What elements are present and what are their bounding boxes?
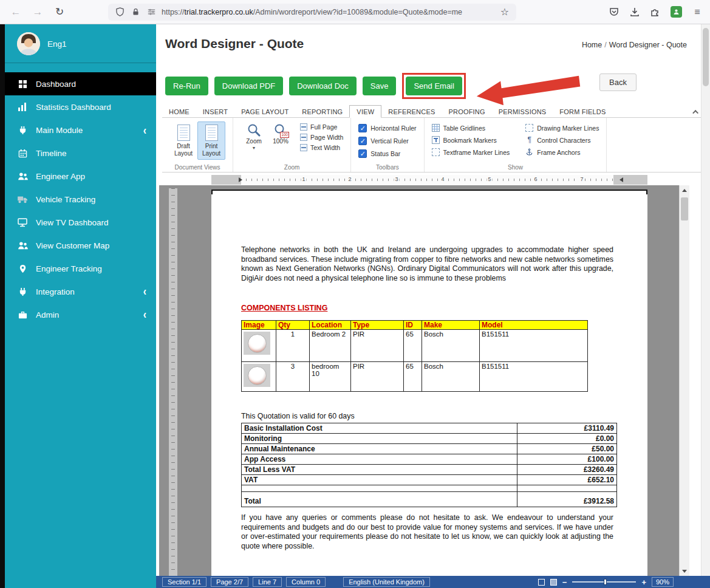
browser-scrollbar[interactable] [701,24,710,576]
components-listing-heading: COMPONENTS LISTING [241,304,327,312]
shield-icon[interactable] [114,7,125,18]
menu-hamburger-icon[interactable]: ≡ [692,7,703,18]
downloads-icon[interactable] [629,7,640,18]
tab-proofing[interactable]: PROOFING [442,106,491,117]
horizontal-ruler-checkbox-row[interactable]: ✓ Horizontal Ruler [358,124,416,132]
status-bar-checkbox-row[interactable]: ✓ Status Bar [358,149,416,158]
back-button[interactable]: Back [599,74,637,91]
rerun-button[interactable]: Re-Run [165,77,208,95]
browser-scrollbar-thumb[interactable] [703,28,709,86]
permissions-icon[interactable] [146,7,157,18]
status-column[interactable]: Column 0 [286,577,326,587]
document-canvas[interactable]: Telephone networks in both the UK and Ir… [159,185,689,576]
tab-reporting[interactable]: REPORTING [295,106,349,117]
page-width-button[interactable]: Page Width [300,134,343,141]
pricing-value: £0.00 [517,434,617,444]
sidebar-item-timeline[interactable]: Timeline [5,142,156,165]
status-section[interactable]: Section 1/1 [162,577,207,587]
cell-type: PIR [351,362,404,392]
cell-type: PIR [351,330,404,362]
status-language[interactable]: English (United Kingdom) [343,577,430,587]
vertical-ruler-checkbox-row[interactable]: ✓ Vertical Ruler [358,137,416,145]
tab-view[interactable]: VIEW [349,105,381,118]
view-mode-icon[interactable] [538,579,545,586]
col-header-model: Model [480,321,588,330]
monitor-icon [17,217,28,228]
browser-reload-button[interactable]: ↻ [51,4,68,21]
tab-home[interactable]: HOME [162,106,196,117]
sidebar-item-engineer-tracking[interactable]: Engineer Tracking [5,257,156,280]
send-email-button[interactable]: Send Email [406,77,462,95]
sidebar-item-integration[interactable]: Integration ‹ [5,280,156,303]
draft-layout-button[interactable]: Draft Layout [169,121,197,160]
text-width-button[interactable]: Text Width [300,144,343,151]
grid-icon [17,78,28,89]
tab-page-layout[interactable]: PAGE LAYOUT [234,106,295,117]
frame-anchors-toggle[interactable]: Frame Anchors [525,148,599,156]
tab-references[interactable]: REFERENCES [381,106,442,117]
sidebar-item-label: View TV Dashboard [36,218,109,227]
pricing-label: Annual Maintenance [242,444,517,454]
checkbox-checked-icon[interactable]: ✓ [358,149,367,158]
zoom-in-button[interactable]: + [641,578,646,586]
sidebar-item-dashboard[interactable]: Dashboard [5,72,156,95]
cell-qty: 1 [276,330,310,362]
lock-icon[interactable] [130,7,141,18]
scroll-down-button[interactable] [680,566,689,576]
scrollbar-thumb[interactable] [681,197,688,220]
print-layout-button[interactable]: Print Layout [197,121,225,160]
scroll-up-button[interactable] [680,185,689,195]
download-pdf-button[interactable]: Download PDF [214,77,283,95]
download-doc-button[interactable]: Download Doc [289,77,357,95]
drawing-marker-lines-toggle[interactable]: Drawing Marker Lines [525,124,599,132]
sidebar-item-view-tv-dashboard[interactable]: View TV Dashboard [5,211,156,234]
pocket-icon[interactable] [609,7,620,18]
zoom-slider[interactable] [572,581,636,583]
full-page-button[interactable]: Full Page [300,123,343,131]
status-line[interactable]: Line 7 [253,577,282,587]
breadcrumb-home-link[interactable]: Home [582,41,602,49]
pricing-total-row: Total £3912.58 [242,492,617,507]
tab-insert[interactable]: INSERT [196,106,234,117]
tab-form-fields[interactable]: FORM FIELDS [553,106,612,117]
browser-forward-button[interactable]: → [29,4,46,21]
bookmark-markers-toggle[interactable]: Bookmark Markers [432,136,510,144]
status-bar-label: Status Bar [370,150,400,157]
zoom-out-button[interactable]: − [562,578,567,586]
pricing-label: Total Less VAT [242,465,517,475]
checkbox-checked-icon[interactable]: ✓ [358,124,367,132]
extensions-icon[interactable] [650,7,661,18]
sidebar-item-admin[interactable]: Admin ‹ [5,303,156,326]
document-page[interactable]: Telephone networks in both the UK and Ir… [211,190,647,576]
control-characters-toggle[interactable]: ¶ Control Characters [525,136,599,144]
url-text[interactable]: https://trial.trackerpro.co.uk/Admin/wor… [162,8,494,16]
zoom-slider-thumb[interactable] [604,579,607,585]
sidebar-user-row[interactable]: Eng1 [5,24,156,63]
right-indent-marker[interactable] [620,177,623,182]
sidebar-item-view-customer-map[interactable]: View Customer Map [5,234,156,257]
text-width-label: Text Width [310,144,340,151]
textframe-marker-lines-toggle[interactable]: Textframe Marker Lines [432,148,510,156]
tracker-extension-icon[interactable] [671,6,682,18]
bookmark-star-icon[interactable]: ☆ [499,7,510,18]
browser-back-button[interactable]: ← [7,4,24,21]
chevron-left-icon: ‹ [143,123,146,137]
view-mode-icon[interactable] [550,579,557,586]
sidebar-item-statistics-dashboard[interactable]: Statistics Dashboard [5,95,156,118]
document-scrollbar[interactable] [679,185,689,576]
save-button[interactable]: Save [363,77,397,95]
status-page[interactable]: Page 2/7 [211,577,248,587]
sidebar-item-engineer-app[interactable]: Engineer App [5,165,156,188]
zoom-percent-indicator[interactable]: 90% [652,577,674,587]
table-gridlines-toggle[interactable]: Table Gridlines [432,124,510,132]
sidebar-item-main-module[interactable]: Main Module ‹ [5,118,156,142]
tab-permissions[interactable]: PERMISSIONS [492,106,553,117]
pricing-row: App Access £100.00 [242,454,617,465]
address-bar[interactable]: https://trial.trackerpro.co.uk/Admin/wor… [108,4,516,21]
zoom-100-button[interactable]: 100 100% [267,121,294,145]
ruler-number: 7 [579,176,584,182]
checkbox-checked-icon[interactable]: ✓ [358,137,367,145]
zoom-button[interactable]: Zoom ▼ [241,121,267,150]
left-indent-marker[interactable] [239,177,242,182]
sidebar-item-vehicle-tracking[interactable]: Vehicle Tracking [5,188,156,211]
